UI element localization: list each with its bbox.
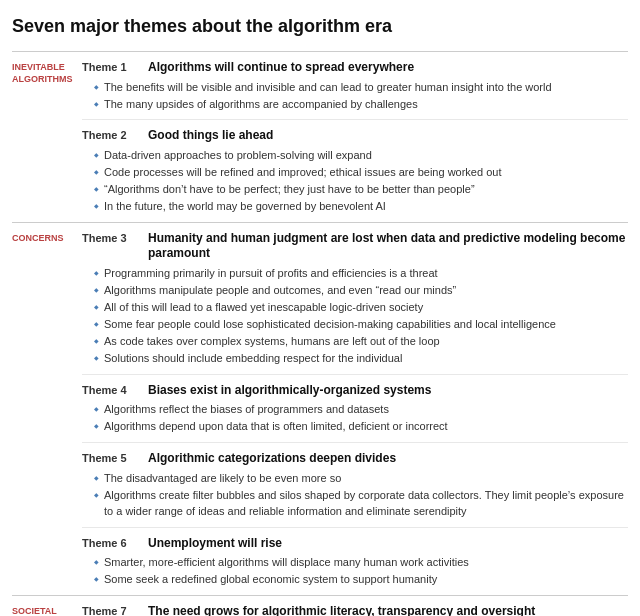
theme-title: Algorithms will continue to spread every… — [148, 60, 414, 76]
themes-col-1: Theme 3Humanity and human judgment are l… — [82, 223, 628, 595]
bullet-list: Algorithms reflect the biases of program… — [82, 402, 628, 435]
section-2: SOCIETAL CHALLENGESTheme 7The need grows… — [12, 595, 628, 616]
bullet-item: Algorithms depend upon data that is ofte… — [94, 419, 628, 435]
bullet-item: Data-driven approaches to problem-solvin… — [94, 148, 628, 164]
bullet-item: Smarter, more-efficient algorithms will … — [94, 555, 628, 571]
bullet-item: Programming primarily in pursuit of prof… — [94, 266, 628, 282]
theme-block-0-1: Theme 2Good things lie aheadData-driven … — [82, 120, 628, 221]
section-label-0: INEVITABLE ALGORITHMS — [12, 52, 82, 222]
content-area: INEVITABLE ALGORITHMSTheme 1Algorithms w… — [12, 51, 628, 616]
theme-header-1-1: Theme 4Biases exist in algorithmically-o… — [82, 383, 628, 399]
bullet-list: Programming primarily in pursuit of prof… — [82, 266, 628, 367]
theme-block-1-3: Theme 6Unemployment will riseSmarter, mo… — [82, 528, 628, 595]
bullet-list: Smarter, more-efficient algorithms will … — [82, 555, 628, 588]
themes-col-2: Theme 7The need grows for algorithmic li… — [82, 596, 628, 616]
themes-col-0: Theme 1Algorithms will continue to sprea… — [82, 52, 628, 222]
theme-block-1-0: Theme 3Humanity and human judgment are l… — [82, 223, 628, 375]
theme-label: Theme 3 — [82, 232, 142, 244]
bullet-list: The benefits will be visible and invisib… — [82, 80, 628, 113]
theme-label: Theme 5 — [82, 452, 142, 464]
theme-label: Theme 4 — [82, 384, 142, 396]
theme-label: Theme 1 — [82, 61, 142, 73]
theme-block-2-0: Theme 7The need grows for algorithmic li… — [82, 596, 628, 616]
bullet-item: Algorithms manipulate people and outcome… — [94, 283, 628, 299]
section-0: INEVITABLE ALGORITHMSTheme 1Algorithms w… — [12, 51, 628, 222]
bullet-item: As code takes over complex systems, huma… — [94, 334, 628, 350]
bullet-item: Some fear people could lose sophisticate… — [94, 317, 628, 333]
theme-title: Good things lie ahead — [148, 128, 273, 144]
section-label-1: CONCERNS — [12, 223, 82, 595]
theme-header-1-2: Theme 5Algorithmic categorizations deepe… — [82, 451, 628, 467]
page-title: Seven major themes about the algorithm e… — [12, 16, 628, 37]
theme-label: Theme 6 — [82, 537, 142, 549]
bullet-item: Some seek a redefined global economic sy… — [94, 572, 628, 588]
theme-block-1-2: Theme 5Algorithmic categorizations deepe… — [82, 443, 628, 527]
theme-title: The need grows for algorithmic literacy,… — [148, 604, 535, 616]
section-label-2: SOCIETAL CHALLENGES — [12, 596, 82, 616]
theme-header-1-3: Theme 6Unemployment will rise — [82, 536, 628, 552]
section-1: CONCERNSTheme 3Humanity and human judgme… — [12, 222, 628, 595]
theme-block-1-1: Theme 4Biases exist in algorithmically-o… — [82, 375, 628, 443]
theme-block-0-0: Theme 1Algorithms will continue to sprea… — [82, 52, 628, 120]
theme-title: Biases exist in algorithmically-organize… — [148, 383, 431, 399]
theme-title: Unemployment will rise — [148, 536, 282, 552]
bullet-item: The many upsides of algorithms are accom… — [94, 97, 628, 113]
theme-header-0-0: Theme 1Algorithms will continue to sprea… — [82, 60, 628, 76]
theme-label: Theme 7 — [82, 605, 142, 616]
theme-title: Humanity and human judgment are lost whe… — [148, 231, 628, 262]
bullet-item: All of this will lead to a flawed yet in… — [94, 300, 628, 316]
bullet-item: The disadvantaged are likely to be even … — [94, 471, 628, 487]
theme-header-1-0: Theme 3Humanity and human judgment are l… — [82, 231, 628, 262]
page-container: Seven major themes about the algorithm e… — [0, 0, 640, 616]
bullet-item: “Algorithms don’t have to be perfect; th… — [94, 182, 628, 198]
theme-header-0-1: Theme 2Good things lie ahead — [82, 128, 628, 144]
bullet-item: Solutions should include embedding respe… — [94, 351, 628, 367]
bullet-list: The disadvantaged are likely to be even … — [82, 471, 628, 520]
theme-title: Algorithmic categorizations deepen divid… — [148, 451, 396, 467]
theme-header-2-0: Theme 7The need grows for algorithmic li… — [82, 604, 628, 616]
bullet-item: Algorithms reflect the biases of program… — [94, 402, 628, 418]
bullet-item: The benefits will be visible and invisib… — [94, 80, 628, 96]
bullet-item: In the future, the world may be governed… — [94, 199, 628, 215]
bullet-item: Algorithms create filter bubbles and sil… — [94, 488, 628, 520]
bullet-list: Data-driven approaches to problem-solvin… — [82, 148, 628, 215]
bullet-item: Code processes will be refined and impro… — [94, 165, 628, 181]
theme-label: Theme 2 — [82, 129, 142, 141]
